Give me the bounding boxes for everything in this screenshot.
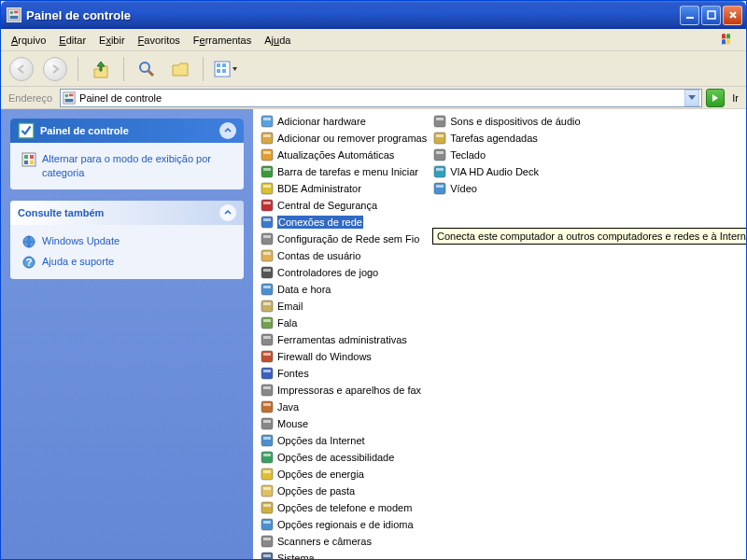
- item-label: VIA HD Audio Deck: [450, 165, 539, 178]
- control-panel-item[interactable]: Sistema: [257, 550, 430, 559]
- control-panel-item[interactable]: Sons e dispositivos de áudio: [430, 113, 583, 130]
- control-panel-item[interactable]: Barra de tarefas e menu Iniciar: [257, 163, 430, 180]
- control-panel-item[interactable]: Adicionar hardware: [257, 113, 430, 130]
- back-button[interactable]: [7, 54, 36, 84]
- minimize-button[interactable]: [680, 6, 699, 25]
- svg-rect-36: [263, 202, 271, 204]
- svg-rect-18: [24, 155, 28, 159]
- control-panel-item[interactable]: Tarefas agendadas: [430, 130, 583, 147]
- item-icon: [260, 399, 275, 414]
- address-dropdown[interactable]: [684, 90, 699, 106]
- svg-rect-75: [261, 536, 273, 547]
- svg-rect-58: [263, 386, 271, 389]
- svg-rect-25: [261, 116, 273, 127]
- item-label: Opções da Internet: [277, 434, 365, 447]
- svg-rect-87: [434, 183, 445, 194]
- panel-header[interactable]: Consulte também: [10, 201, 244, 225]
- control-panel-item[interactable]: Impressoras e aparelhos de fax: [257, 382, 430, 399]
- svg-rect-31: [261, 166, 273, 177]
- close-button[interactable]: [723, 6, 742, 25]
- control-panel-item[interactable]: Opções de energia: [257, 466, 430, 483]
- control-panel-item[interactable]: Controladores de jogo: [257, 264, 430, 281]
- link-text: Alternar para o modo de exibição por cat…: [42, 152, 233, 180]
- item-icon: [260, 231, 275, 246]
- svg-rect-27: [261, 133, 273, 144]
- up-button[interactable]: [86, 54, 116, 84]
- svg-rect-78: [263, 554, 271, 557]
- item-label: Sons e dispositivos de áudio: [450, 115, 580, 128]
- address-input[interactable]: Painel de controle: [60, 89, 702, 107]
- item-label: Controladores de jogo: [277, 266, 378, 279]
- control-panel-item[interactable]: Atualizações Automáticas: [257, 147, 430, 163]
- control-panel-item[interactable]: Vídeo: [430, 180, 583, 197]
- svg-rect-49: [261, 317, 273, 329]
- control-panel-item[interactable]: Ferramentas administrativas: [257, 331, 430, 348]
- switch-category-view-link[interactable]: Alternar para o modo de exibição por cat…: [21, 152, 233, 180]
- forward-button[interactable]: [40, 54, 70, 84]
- control-panel-item[interactable]: Opções de acessibilidade: [257, 449, 430, 466]
- svg-rect-71: [261, 502, 273, 513]
- menu-exibir[interactable]: Exibir: [92, 32, 132, 49]
- menu-favoritos[interactable]: Favoritos: [132, 32, 187, 49]
- menu-editar[interactable]: Editar: [52, 32, 92, 49]
- collapse-icon[interactable]: [219, 204, 236, 221]
- control-panel-item[interactable]: Opções de pasta: [257, 483, 430, 499]
- go-button[interactable]: [706, 89, 725, 107]
- maximize-button[interactable]: [701, 6, 721, 25]
- svg-rect-79: [434, 116, 445, 127]
- svg-rect-47: [261, 301, 273, 312]
- item-label: Mouse: [277, 417, 308, 430]
- control-panel-item[interactable]: Scanners e câmeras: [257, 533, 430, 550]
- windows-flag-icon: [720, 31, 739, 49]
- item-label: Opções de energia: [277, 468, 364, 481]
- panel-header[interactable]: Painel de controle: [10, 119, 244, 143]
- menu-arquivo[interactable]: Arquivo: [5, 32, 52, 49]
- svg-rect-88: [436, 185, 444, 188]
- control-panel-item[interactable]: Opções regionais e de idioma: [257, 516, 430, 533]
- folders-button[interactable]: [165, 54, 195, 84]
- views-button[interactable]: [211, 54, 241, 84]
- control-panel-item[interactable]: Contas de usuário: [257, 247, 430, 264]
- svg-rect-72: [263, 504, 271, 507]
- control-panel-item[interactable]: Data e hora: [257, 281, 430, 298]
- control-panel-item[interactable]: Fala: [257, 315, 430, 331]
- control-panel-item[interactable]: Firewall do Windows: [257, 348, 430, 365]
- item-icon: [432, 131, 447, 146]
- control-panel-item[interactable]: VIA HD Audio Deck: [430, 163, 583, 180]
- svg-rect-37: [261, 217, 273, 228]
- panel-body: Windows Update ? Ajuda e suporte: [10, 225, 244, 279]
- control-panel-item[interactable]: Email: [257, 298, 430, 315]
- search-button[interactable]: [132, 54, 162, 84]
- svg-rect-61: [261, 418, 273, 429]
- menu-ajuda[interactable]: Ajuda: [258, 32, 297, 49]
- control-panel-item[interactable]: Opções da Internet: [257, 432, 430, 449]
- item-label: Configuração de Rede sem Fio: [277, 232, 419, 245]
- main-area: Adicionar hardwareAdicionar ou remover p…: [253, 109, 746, 559]
- svg-rect-15: [65, 98, 74, 102]
- control-panel-item[interactable]: Java: [257, 399, 430, 415]
- svg-rect-45: [261, 284, 273, 295]
- control-panel-item[interactable]: Opções de telefone e modem: [257, 499, 430, 516]
- windows-update-link[interactable]: Windows Update: [21, 234, 233, 249]
- item-label: BDE Administrator: [277, 182, 361, 195]
- item-label: Vídeo: [450, 182, 477, 195]
- control-panel-item[interactable]: Adicionar ou remover programas: [257, 130, 430, 147]
- control-panel-item[interactable]: Conexões de rede: [257, 214, 430, 231]
- control-panel-item[interactable]: Teclado: [430, 147, 583, 163]
- svg-rect-55: [261, 368, 273, 379]
- item-icon: [260, 517, 275, 532]
- control-panel-item[interactable]: Configuração de Rede sem Fio: [257, 231, 430, 247]
- svg-rect-30: [263, 151, 271, 154]
- item-icon: [260, 551, 275, 559]
- address-label: Endereço: [5, 92, 56, 104]
- control-panel-item[interactable]: Fontes: [257, 365, 430, 382]
- menu-ferramentas[interactable]: Ferramentas: [187, 32, 258, 49]
- svg-point-6: [140, 63, 149, 72]
- control-panel-item[interactable]: Mouse: [257, 415, 430, 432]
- svg-rect-63: [261, 435, 273, 446]
- help-support-link[interactable]: ? Ajuda e suporte: [21, 255, 233, 270]
- control-panel-item[interactable]: Central de Segurança: [257, 197, 430, 214]
- control-panel-item[interactable]: BDE Administrator: [257, 180, 430, 197]
- collapse-icon[interactable]: [219, 122, 236, 139]
- svg-rect-19: [30, 155, 34, 159]
